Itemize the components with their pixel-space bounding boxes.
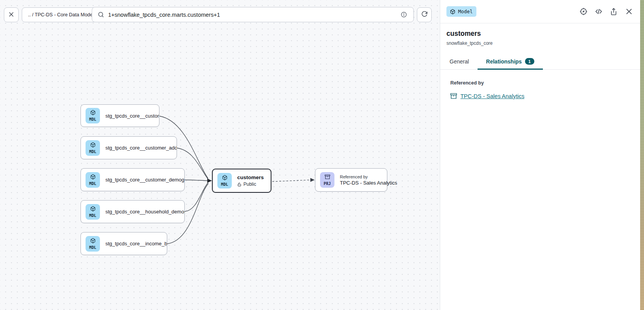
node-label: stg_tpcds_core__customer bbox=[105, 113, 159, 119]
access-label: Public bbox=[243, 181, 256, 187]
info-icon[interactable] bbox=[399, 11, 408, 19]
search-icon bbox=[98, 11, 104, 18]
node-stg-tpcds-core-customer[interactable]: MDL stg_tpcds_core__customer bbox=[80, 104, 159, 127]
project-chip: PRJ bbox=[320, 172, 334, 188]
tab-general[interactable]: General bbox=[441, 53, 478, 69]
node-label: stg_tpcds_core__income_band bbox=[105, 241, 167, 247]
project-archive-icon bbox=[325, 174, 330, 181]
edge-household-demographics bbox=[185, 183, 208, 211]
unlock-icon bbox=[237, 182, 242, 187]
model-chip-label: MDL bbox=[89, 245, 96, 250]
model-chip-label: MDL bbox=[89, 150, 96, 154]
project-archive-icon bbox=[450, 93, 457, 99]
panel-tabs: General Relationships 1 bbox=[440, 53, 640, 70]
close-icon bbox=[8, 11, 14, 19]
model-chip: MDL bbox=[86, 140, 100, 156]
model-chip: MDL bbox=[86, 204, 100, 220]
tab-relationships[interactable]: Relationships 1 bbox=[478, 53, 543, 69]
details-panel: Model customers snowflake_tpcds_core Gen… bbox=[440, 0, 640, 310]
search-input[interactable] bbox=[108, 12, 396, 18]
breadcrumb[interactable]: .. / TPC-DS - Core Data Models bbox=[22, 7, 103, 22]
model-chip: MDL bbox=[217, 173, 232, 188]
node-body: Referenced by TPC-DS - Sales Analytics bbox=[340, 174, 397, 186]
model-chip-label: MDL bbox=[89, 117, 96, 122]
share-icon bbox=[610, 8, 618, 16]
model-chip: MDL bbox=[86, 236, 100, 252]
node-label: stg_tpcds_core__household_demogr… bbox=[105, 209, 184, 215]
cube-icon bbox=[90, 206, 96, 213]
referenced-by-label: Referenced by bbox=[450, 80, 634, 86]
node-label: customers bbox=[237, 174, 264, 180]
referenced-by-section: Referenced by TPC-DS - Sales Analytics bbox=[440, 70, 640, 99]
edge-downstream-dashed bbox=[272, 180, 312, 181]
lineage-search bbox=[92, 7, 414, 22]
node-body: customers Public bbox=[237, 174, 264, 187]
panel-header-actions bbox=[579, 7, 633, 16]
model-chip-label: MDL bbox=[89, 213, 96, 218]
desktop-wallpaper-edge bbox=[640, 0, 644, 310]
edge-arrowhead bbox=[207, 179, 212, 183]
node-label: TPC-DS - Sales Analytics bbox=[340, 180, 397, 186]
cube-icon bbox=[222, 175, 228, 182]
model-type-badge-label: Model bbox=[458, 9, 473, 14]
lineage-canvas[interactable]: .. / TPC-DS - Core Data Models MDL stg_t… bbox=[0, 0, 440, 310]
node-label: stg_tpcds_core__customer_demogra… bbox=[105, 177, 184, 183]
share-button[interactable] bbox=[609, 7, 618, 16]
cube-icon bbox=[90, 142, 96, 149]
compass-explore-icon bbox=[579, 7, 588, 16]
model-type-badge: Model bbox=[446, 6, 476, 17]
package-name: snowflake_tpcds_core bbox=[446, 41, 634, 46]
panel-titlebox: customers snowflake_tpcds_core bbox=[440, 23, 640, 46]
node-label: stg_tpcds_core__customer_address bbox=[105, 145, 177, 151]
model-chip-label: MDL bbox=[221, 182, 228, 187]
tab-general-label: General bbox=[450, 58, 469, 65]
project-chip-label: PRJ bbox=[324, 181, 331, 186]
close-panel-button[interactable] bbox=[625, 7, 633, 16]
breadcrumb-label: .. / TPC-DS - Core Data Models bbox=[28, 12, 96, 18]
edge-downstream-arrowhead bbox=[310, 178, 315, 182]
model-chip: MDL bbox=[86, 108, 100, 123]
close-icon bbox=[625, 8, 633, 15]
edge-customer-demographics bbox=[185, 180, 208, 181]
panel-header: Model bbox=[440, 0, 640, 23]
relationships-count-badge: 1 bbox=[525, 58, 534, 65]
referenced-by-project-link[interactable]: TPC-DS - Sales Analytics bbox=[460, 93, 524, 99]
node-stg-tpcds-core-customer-address[interactable]: MDL stg_tpcds_core__customer_address bbox=[80, 136, 177, 159]
model-chip: MDL bbox=[86, 172, 100, 188]
refresh-lineage-button[interactable] bbox=[417, 7, 432, 22]
tab-relationships-label: Relationships bbox=[486, 58, 522, 65]
node-stg-tpcds-core-income-band[interactable]: MDL stg_tpcds_core__income_band bbox=[80, 232, 167, 255]
view-code-button[interactable] bbox=[594, 7, 603, 16]
node-customers-selected[interactable]: MDL customers Public bbox=[212, 169, 271, 193]
refresh-icon bbox=[421, 11, 428, 19]
node-stg-tpcds-core-customer-demographics[interactable]: MDL stg_tpcds_core__customer_demogra… bbox=[80, 168, 185, 191]
close-lineage-button[interactable] bbox=[4, 7, 19, 22]
lineage-edges bbox=[0, 0, 440, 310]
referenced-by-item: TPC-DS - Sales Analytics bbox=[450, 93, 634, 99]
node-project-tpcds-sales-analytics[interactable]: PRJ Referenced by TPC-DS - Sales Analyti… bbox=[315, 168, 387, 192]
cube-icon bbox=[90, 174, 96, 181]
access-row: Public bbox=[237, 181, 264, 187]
page-title: customers bbox=[446, 30, 634, 38]
code-icon bbox=[595, 7, 603, 16]
explore-lineage-button[interactable] bbox=[579, 7, 588, 16]
cube-icon bbox=[450, 9, 455, 14]
cube-icon bbox=[90, 238, 96, 245]
cube-icon bbox=[90, 110, 96, 117]
node-eyebrow: Referenced by bbox=[340, 174, 397, 179]
node-stg-tpcds-core-household-demographics[interactable]: MDL stg_tpcds_core__household_demogr… bbox=[80, 200, 185, 223]
model-chip-label: MDL bbox=[89, 181, 96, 186]
